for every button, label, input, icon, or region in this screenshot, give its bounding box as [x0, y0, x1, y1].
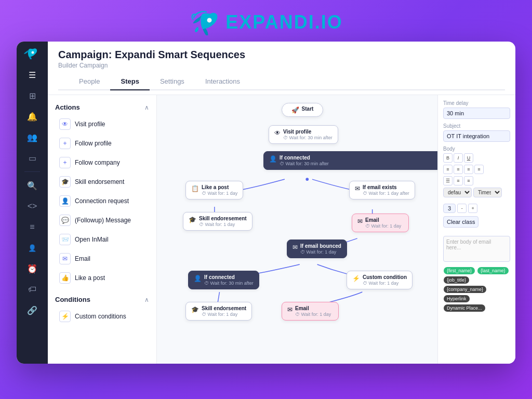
- node-email-1[interactable]: ✉ Email ⏱ Wait for: 1 day: [352, 214, 409, 232]
- actions-chevron-icon: ∧: [144, 104, 149, 111]
- body-label: Body: [443, 146, 510, 152]
- tags-container: {first_name} {last_name} {job_title} {co…: [443, 266, 510, 313]
- open-inmail-icon: 📨: [59, 234, 71, 245]
- font-select[interactable]: default: [443, 188, 472, 197]
- subject-label: Subject: [443, 123, 510, 129]
- conditions-title: Conditions: [55, 296, 90, 303]
- action-like-post[interactable]: 👍 Like a post: [52, 269, 152, 287]
- sidebar-item-clock[interactable]: ⏰: [22, 259, 43, 278]
- sidebar-item-inbox[interactable]: ▭: [22, 149, 43, 167]
- sidebar-item-code[interactable]: <>: [22, 197, 43, 216]
- tag-company-name[interactable]: {company_name}: [444, 286, 486, 293]
- left-panel: Actions ∧ 👁 Visit profile + Follow profi…: [48, 95, 157, 364]
- node-if-email-bounced[interactable]: ✉ If email bounced ⏱ Wait for: 1 day: [287, 240, 347, 258]
- tag-job-title[interactable]: {job_title}: [444, 276, 469, 284]
- font-size-controls: 3 - +: [443, 204, 510, 213]
- tag-last-name[interactable]: {last_name}: [477, 267, 509, 274]
- follow-profile-label: Follow profile: [75, 140, 112, 147]
- action-follow-profile[interactable]: + Follow profile: [52, 134, 152, 153]
- action-visit-profile[interactable]: 👁 Visit profile: [52, 115, 152, 134]
- if-email-bounced-node-icon: ✉: [292, 244, 298, 251]
- email-label: Email: [75, 255, 90, 262]
- sidebar-item-dashboard[interactable]: ⊞: [22, 86, 43, 105]
- font-size-increase[interactable]: +: [468, 204, 477, 213]
- if-email-exists-node-subtitle: ⏱ Wait for: 1 day after: [363, 191, 409, 196]
- visit-profile-node-title: Visit profile: [283, 129, 332, 135]
- if-email-bounced-node-subtitle: ⏱ Wait for: 1 day: [300, 249, 341, 255]
- actions-section-header[interactable]: Actions ∧: [48, 100, 156, 114]
- sidebar-item-tag[interactable]: 🏷: [22, 280, 43, 299]
- tab-people[interactable]: People: [69, 73, 110, 90]
- node-skill-endorsement-1[interactable]: 🎓 Skill endoresement ⏱ Wait for: 1 day: [183, 212, 252, 231]
- align-justify-button[interactable]: ≡: [474, 165, 484, 174]
- node-custom-condition[interactable]: ⚡ Custom condition ⏱ Wait for: 1 day: [347, 271, 413, 289]
- node-email-2[interactable]: ✉ Email ⏱ Wait for: 1 day: [282, 302, 339, 321]
- sidebar-item-list[interactable]: ≡: [22, 218, 43, 236]
- node-start[interactable]: 🚀 Start: [282, 103, 323, 117]
- action-open-inmail[interactable]: 📨 Open InMail: [52, 230, 152, 249]
- list-button[interactable]: ☰: [443, 176, 453, 185]
- logo-text: EXPANDI.IO: [225, 11, 342, 33]
- align-center-button[interactable]: ≡: [454, 165, 463, 174]
- format-row-2: ≡ ≡ ≡ ≡: [443, 165, 510, 174]
- skill1-node-icon: 🎓: [189, 216, 196, 223]
- action-connection-request[interactable]: 👤 Connection request: [52, 192, 152, 210]
- custom-condition-node-subtitle: ⏱ Wait for: 1 day: [363, 281, 407, 286]
- tag-hyperlink[interactable]: Hyperlink: [444, 295, 470, 302]
- tag-first-name[interactable]: {first_name}: [444, 267, 475, 274]
- visit-profile-node-icon: 👁: [274, 129, 281, 137]
- node-visit-profile[interactable]: 👁 Visit profile ⏱ Wait for: 30 min after: [269, 125, 338, 144]
- skill-endorsement-icon: 🎓: [59, 176, 71, 188]
- node-skill-endorsement-2[interactable]: 🎓 Skill endorsement ⏱ Wait for: 1 day: [185, 302, 252, 321]
- subject-value[interactable]: OT IT integration: [443, 130, 510, 142]
- sidebar-item-link[interactable]: 🔗: [22, 301, 43, 320]
- sidebar-item-search[interactable]: 🔍: [22, 176, 43, 195]
- node-if-connected-2[interactable]: 👤 If connected ⏱ Wait for: 30 min after: [188, 271, 259, 289]
- sidebar-item-menu[interactable]: ☰: [22, 65, 43, 84]
- tab-interactions[interactable]: Interactions: [195, 73, 250, 90]
- flow-canvas[interactable]: 🚀 Start 👁 Visit profile ⏱ Wait for: 30 m…: [157, 95, 437, 364]
- svg-point-0: [207, 18, 212, 22]
- clear-class-button[interactable]: Clear class: [443, 216, 478, 228]
- sidebar-logo-icon: [22, 47, 43, 59]
- action-custom-conditions[interactable]: ⚡ Custom conditions: [52, 307, 152, 326]
- bold-button[interactable]: B: [443, 153, 453, 163]
- if-connected2-node-title: If connected: [204, 274, 254, 280]
- start-node-icon: 🚀: [291, 107, 299, 114]
- align-right-button[interactable]: ≡: [464, 165, 473, 174]
- email-body-placeholder: Enter body of email here...: [446, 239, 491, 250]
- action-skill-endorsement[interactable]: 🎓 Skill endorsement: [52, 172, 152, 191]
- action-followup-message[interactable]: 💬 (Followup) Message: [52, 211, 152, 230]
- if-email-exists-node-icon: ✉: [355, 185, 360, 192]
- sidebar-item-add-user[interactable]: 👤: [22, 238, 43, 257]
- follow-company-icon: +: [59, 157, 71, 168]
- tag-dynamic-placeholder[interactable]: Dynamic Place...: [444, 304, 485, 312]
- indent-button[interactable]: ≡: [464, 176, 473, 185]
- campaign-subtitle: Builder Campaign: [58, 62, 505, 69]
- action-follow-company[interactable]: + Follow company: [52, 153, 152, 172]
- connection-request-icon: 👤: [59, 195, 71, 207]
- node-like-post[interactable]: 📋 Like a post ⏱ Wait for: 1 day: [185, 181, 243, 200]
- ordered-list-button[interactable]: ≡: [454, 176, 463, 185]
- svg-point-1: [32, 51, 34, 54]
- connection-request-label: Connection request: [75, 197, 129, 205]
- if-email-bounced-node-title: If email bounced: [300, 243, 341, 249]
- font-size-decrease[interactable]: -: [457, 204, 467, 213]
- action-email[interactable]: ✉ Email: [52, 249, 152, 268]
- sidebar-item-users[interactable]: 👥: [22, 128, 43, 147]
- node-if-email-exists[interactable]: ✉ If email exists ⏱ Wait for: 1 day afte…: [349, 181, 415, 200]
- tab-steps[interactable]: Steps: [110, 73, 149, 90]
- time-delay-value[interactable]: 30 min: [443, 108, 510, 119]
- font-family-select[interactable]: Times N: [473, 188, 502, 197]
- skill-endorsement-label: Skill endorsement: [75, 178, 124, 185]
- font-size-value[interactable]: 3: [443, 204, 456, 213]
- align-left-button[interactable]: ≡: [443, 165, 453, 174]
- visit-profile-node-subtitle: ⏱ Wait for: 30 min after: [283, 135, 332, 140]
- email-body-textarea[interactable]: Enter body of email here...: [443, 236, 510, 262]
- tab-settings[interactable]: Settings: [150, 73, 195, 90]
- underline-button[interactable]: U: [464, 153, 473, 163]
- sidebar-item-notifications[interactable]: 🔔: [22, 107, 43, 126]
- conditions-section-header[interactable]: Conditions ∧: [48, 292, 156, 307]
- node-if-connected[interactable]: 👤 If connected ⏱ Wait for: 30 min after …: [263, 151, 437, 170]
- italic-button[interactable]: I: [454, 153, 463, 163]
